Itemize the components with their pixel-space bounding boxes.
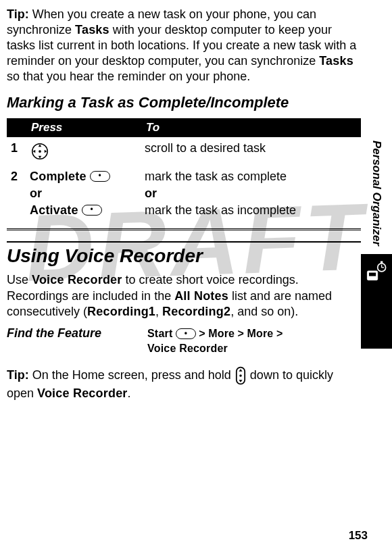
voice-recorder-label: Voice Recorder (37, 386, 128, 400)
table-row: 1 scroll to a desired task (7, 137, 361, 166)
press-cell: Complete or Activate (26, 166, 141, 222)
svg-marker-15 (239, 369, 242, 372)
tasks-label: Tasks (75, 23, 109, 36)
press-to-table-wrap: Press To 1 scroll to a desired tas (7, 118, 361, 230)
recording2-label: Recording2 (162, 305, 230, 318)
to-cell: mark the task as complete or mark the ta… (141, 166, 361, 222)
find-the-feature-label: Find the Feature (7, 326, 128, 355)
page-number: 153 (349, 529, 368, 543)
svg-marker-12 (45, 150, 47, 153)
tip-hold-joystick: Tip: On the Home screen, press and hold … (7, 366, 361, 401)
tasks-label: Tasks (319, 54, 353, 68)
table-header-row: Press To (7, 118, 361, 137)
manual-page: DRAFT Personal Organizer Tip: When you c… (0, 0, 392, 552)
heading-voice-recorder: Using Voice Recorder (7, 241, 361, 267)
recording1-label: Recording1 (87, 305, 155, 318)
activate-softkey-label: Activate (30, 203, 78, 217)
more-label: More (208, 328, 235, 339)
side-tab: Personal Organizer (361, 135, 392, 405)
softkey-icon (176, 328, 196, 339)
subheading-marking-complete: Marking a Task as Complete/Incomplete (7, 94, 361, 111)
svg-point-14 (239, 374, 242, 377)
tip-sync-tasks: Tip: When you create a new task on your … (7, 7, 361, 84)
joystick-icon (30, 141, 50, 161)
complete-softkey-label: Complete (30, 170, 87, 183)
all-notes-label: All Notes (174, 289, 228, 303)
start-label: Start (147, 328, 172, 339)
col-press: Press (26, 118, 141, 137)
voice-recorder-label: Voice Recorder (32, 273, 122, 286)
press-to-table: Press To 1 scroll to a desired tas (7, 118, 361, 222)
side-section-label: Personal Organizer (370, 135, 383, 254)
to-cell: scroll to a desired task (141, 137, 361, 166)
stopwatch-device-icon (365, 259, 388, 282)
or-label: or (145, 186, 357, 201)
joystick-vertical-icon (235, 366, 247, 386)
or-label: or (30, 186, 137, 201)
svg-point-8 (39, 150, 41, 153)
tip-label: Tip: (7, 368, 29, 381)
svg-rect-1 (369, 272, 376, 276)
feature-path: Start > More > More > Voice Recorder (147, 326, 283, 355)
svg-marker-11 (33, 150, 36, 153)
press-cell (26, 137, 141, 166)
softkey-icon (82, 205, 102, 216)
col-to: To (141, 118, 361, 137)
table-row: 2 Complete or Activate mark the task as … (7, 166, 361, 222)
step-number: 1 (7, 137, 26, 166)
voice-recorder-description: Use Voice Recorder to create short voice… (7, 272, 361, 320)
voice-recorder-menu-label: Voice Recorder (147, 343, 228, 354)
svg-marker-9 (39, 145, 42, 147)
tip-label: Tip: (7, 7, 29, 21)
side-black-tab (361, 254, 392, 349)
svg-marker-10 (39, 156, 42, 159)
find-the-feature-row: Find the Feature Start > More > More > V… (7, 326, 361, 355)
softkey-icon (90, 171, 110, 182)
svg-rect-6 (381, 261, 383, 263)
step-number: 2 (7, 166, 26, 222)
more-label: More (247, 328, 273, 339)
svg-marker-16 (239, 380, 242, 382)
